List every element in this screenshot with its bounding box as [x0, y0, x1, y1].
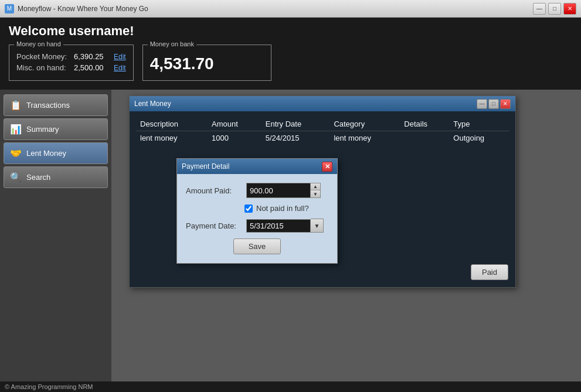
col-entry-date: Entry Date	[261, 117, 329, 131]
transactions-icon: 📋	[10, 100, 22, 111]
search-icon: 🔍	[10, 172, 22, 183]
sidebar-item-lent-money[interactable]: 🤝 Lent Money	[4, 142, 108, 164]
amount-label: Amount Paid:	[186, 186, 242, 195]
row-details	[399, 131, 449, 145]
amount-spinner: ▲ ▼	[246, 183, 321, 198]
lent-money-window: Lent Money — □ ✕ Description Amount E	[129, 96, 516, 288]
row-amount: 1000	[207, 131, 261, 145]
spin-down-button[interactable]: ▼	[311, 190, 320, 197]
maximize-button[interactable]: □	[548, 3, 561, 15]
hand-panel-title: Money on hand	[14, 40, 63, 47]
paid-button[interactable]: Paid	[471, 264, 508, 280]
col-details: Details	[399, 117, 449, 131]
money-panels: Money on hand Pocket Money: 6,390.25 Edi…	[9, 45, 572, 81]
date-field-row: Payment Date: ▼	[186, 219, 328, 233]
lent-money-icon: 🤝	[10, 148, 22, 159]
spin-up-button[interactable]: ▲	[311, 183, 320, 190]
lent-table: Description Amount Entry Date Category D…	[135, 117, 509, 145]
row-entry-date: 5/24/2015	[261, 131, 329, 145]
dialog-titlebar: Payment Detail ✕	[177, 159, 337, 174]
header: Welcome username! Money on hand Pocket M…	[0, 18, 581, 90]
lent-window-body: Description Amount Entry Date Category D…	[130, 111, 515, 287]
misc-edit-link[interactable]: Edit	[114, 64, 126, 72]
row-category: lent money	[329, 131, 399, 145]
lent-close-button[interactable]: ✕	[500, 99, 511, 109]
bank-value: 4,531.70	[150, 50, 264, 76]
row-type: Outgoing	[449, 131, 509, 145]
col-type: Type	[449, 117, 509, 131]
lent-money-label: Lent Money	[26, 149, 66, 158]
save-button[interactable]: Save	[233, 238, 281, 254]
money-on-bank-panel: Money on bank 4,531.70	[142, 45, 271, 81]
amount-input[interactable]	[246, 183, 311, 198]
lent-maximize-button[interactable]: □	[488, 99, 499, 109]
pocket-money-row: Pocket Money: 6,390.25 Edit	[16, 52, 126, 61]
app-icon-letter: M	[7, 5, 12, 12]
lent-window-title: Lent Money	[134, 100, 477, 108]
sidebar: 📋 Transactions 📊 Summary 🤝 Lent Money 🔍 …	[0, 90, 111, 381]
date-picker-wrapper: ▼	[246, 219, 324, 233]
workspace: Lent Money — □ ✕ Description Amount E	[111, 90, 581, 381]
window-controls: — □ ✕	[533, 3, 576, 15]
sidebar-item-transactions[interactable]: 📋 Transactions	[4, 94, 108, 116]
sidebar-item-search[interactable]: 🔍 Search	[4, 166, 108, 188]
checkbox-row: Not paid in full?	[244, 204, 328, 213]
bank-panel-title: Money on bank	[148, 40, 196, 47]
pocket-label: Pocket Money:	[16, 52, 69, 61]
middle: 📋 Transactions 📊 Summary 🤝 Lent Money 🔍 …	[0, 90, 581, 381]
main-content: Welcome username! Money on hand Pocket M…	[0, 18, 581, 392]
hand-money-rows: Pocket Money: 6,390.25 Edit Misc. on han…	[16, 50, 126, 72]
close-button[interactable]: ✕	[563, 3, 576, 15]
app-title: Moneyflow - Know Where Your Money Go	[18, 5, 533, 13]
lent-window-controls: — □ ✕	[477, 99, 511, 109]
date-picker-button[interactable]: ▼	[311, 219, 324, 233]
app-icon: M	[5, 4, 14, 13]
col-description: Description	[135, 117, 207, 131]
pocket-value: 6,390.25	[74, 52, 109, 61]
payment-detail-dialog: Payment Detail ✕ Amount Paid: ▲ ▼	[176, 158, 338, 264]
misc-value: 2,500.00	[74, 63, 109, 72]
misc-money-row: Misc. on hand: 2,500.00 Edit	[16, 63, 126, 72]
col-category: Category	[329, 117, 399, 131]
misc-label: Misc. on hand:	[16, 63, 69, 72]
save-row: Save	[186, 238, 328, 254]
date-input[interactable]	[246, 219, 311, 233]
summary-icon: 📊	[10, 124, 22, 135]
dialog-title: Payment Detail	[182, 162, 322, 171]
col-amount: Amount	[207, 117, 261, 131]
footer: © Amazing Programming NRM	[0, 381, 581, 392]
summary-label: Summary	[26, 125, 59, 134]
not-paid-full-checkbox[interactable]	[244, 204, 253, 213]
dialog-body: Amount Paid: ▲ ▼	[177, 174, 337, 263]
row-description: lent money	[135, 131, 207, 145]
sidebar-item-summary[interactable]: 📊 Summary	[4, 118, 108, 140]
lent-minimize-button[interactable]: —	[477, 99, 487, 109]
minimize-button[interactable]: —	[533, 3, 546, 15]
amount-field-row: Amount Paid: ▲ ▼	[186, 183, 328, 198]
spin-buttons: ▲ ▼	[311, 183, 321, 198]
welcome-heading: Welcome username!	[9, 23, 572, 39]
transactions-label: Transactions	[26, 101, 70, 110]
checkbox-label: Not paid in full?	[256, 204, 309, 213]
date-label: Payment Date:	[186, 221, 242, 230]
titlebar: M Moneyflow - Know Where Your Money Go —…	[0, 0, 581, 18]
table-row[interactable]: lent money 1000 5/24/2015 lent money Out…	[135, 131, 509, 145]
lent-window-titlebar: Lent Money — □ ✕	[130, 96, 515, 111]
pocket-edit-link[interactable]: Edit	[114, 53, 126, 61]
search-label: Search	[26, 173, 50, 182]
dialog-close-button[interactable]: ✕	[322, 162, 332, 172]
copyright-text: © Amazing Programming NRM	[5, 383, 93, 390]
money-on-hand-panel: Money on hand Pocket Money: 6,390.25 Edi…	[9, 45, 134, 81]
